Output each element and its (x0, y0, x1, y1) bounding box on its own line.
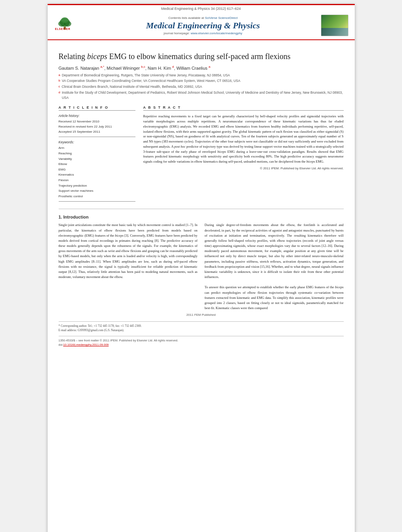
article-info-header: A R T I C L E I N F O (59, 106, 135, 111)
section-divider (59, 209, 344, 209)
footnotes: * Corresponding author. Tel.: +1 732 445… (59, 321, 344, 332)
journal-citation: Medical Engineering & Physics 34 (2012) … (161, 7, 241, 11)
affiliation-b: VA Cooperative Studies Program Coordinat… (62, 78, 240, 83)
article-info-col: A R T I C L E I N F O Article history: R… (59, 106, 135, 204)
journal-title-block: Contents lists available at SciVerse Sci… (85, 16, 321, 35)
journal-name: Medical Engineering & Physics (85, 20, 321, 31)
top-bar: Medical Engineering & Physics 34 (2012) … (48, 4, 355, 11)
journal-thumbnail (321, 15, 348, 36)
abstract-header: A B S T R A C T (143, 106, 344, 111)
keywords-label: Keywords: (59, 140, 135, 144)
keyword-prosthetic: Prosthetic control (59, 194, 135, 199)
keyword-trajectory: Trajectory prediction (59, 183, 135, 189)
history-label: Article history: (59, 114, 135, 118)
affiliation-c: Clinical Brain Disorders Branch, Nationa… (62, 84, 202, 89)
copyright-line: © 2011 IPEM. Published by Elsevier Ltd. … (143, 167, 344, 170)
main-content: Relating biceps EMG to elbow kinematics … (48, 40, 355, 354)
sciverse-link[interactable]: SciVerse ScienceDirect (205, 16, 237, 20)
footnote-email: E-mail address: GSN993@gmail.com (G.S. N… (59, 328, 344, 332)
bottom-bar: 1350-4533/$ – see front matter © 2011 IP… (59, 336, 344, 347)
issn-line: 1350-4533/$ – see front matter © 2011 IP… (59, 339, 344, 342)
intro-col1: Single-joint articulations constitute th… (59, 222, 198, 311)
keyword-variability: Variability (59, 156, 135, 162)
history-item-revised: Received in revised form 22 July 2011 (59, 124, 135, 129)
article-title: Relating biceps EMG to elbow kinematics … (59, 52, 344, 61)
intro-body: Single-joint articulations constitute th… (59, 222, 344, 311)
svg-text:ELSEVIER: ELSEVIER (55, 28, 70, 30)
affiliation-d: Institute for the Study of Child Develop… (62, 90, 344, 100)
journal-header: ELSEVIER Contents lists available at Sci… (48, 11, 355, 40)
keyword-kinematics: Kinematics (59, 172, 135, 178)
keyword-flexion: Flexion (59, 178, 135, 183)
sciverse-text: Contents lists available at SciVerse Sci… (85, 16, 321, 20)
article-info-abstract: A R T I C L E I N F O Article history: R… (59, 106, 344, 204)
keyword-reaching: Reaching (59, 151, 135, 156)
keyword-arm: Arm (59, 145, 135, 151)
affiliations: aDepartment of Biomedical Engineering, R… (59, 73, 344, 100)
footnote-star: * Corresponding author. Tel.: +1 732 445… (59, 324, 344, 328)
homepage-link[interactable]: www.elsevier.com/locate/medengphy (191, 32, 242, 35)
abstract-col: A B S T R A C T Repetitive reaching move… (143, 106, 344, 204)
keyword-elbow: Elbow (59, 161, 135, 167)
journal-homepage: journal homepage: www.elsevier.com/locat… (85, 32, 321, 35)
history-item-received: Received 12 November 2010 (59, 119, 135, 124)
affiliation-a: Department of Biomedical Engineering, Ru… (62, 73, 230, 78)
doi-link[interactable]: 10.1016/j.medengphy.2011.09.009 (63, 343, 109, 347)
intro-heading: 1. Introduction (59, 215, 344, 219)
doi-line: doi:10.1016/j.medengphy.2011.09.009 (59, 343, 344, 347)
elsevier-logo: ELSEVIER (54, 17, 85, 34)
published-note: 2011 FEM Published (59, 313, 344, 317)
intro-col2: During single degree-of-freedom movement… (205, 222, 344, 311)
keyword-svm: Support vector machines (59, 188, 135, 194)
history-item-accepted: Accepted 15 September 2011 (59, 130, 135, 134)
abstract-text: Repetitive reaching movements to a fixed… (143, 114, 344, 164)
svg-point-4 (61, 17, 68, 23)
keyword-emg: EMG (59, 167, 135, 172)
elsevier-tree-icon: ELSEVIER (54, 17, 76, 30)
page: Medical Engineering & Physics 34 (2012) … (48, 4, 355, 532)
divider-1 (59, 137, 135, 137)
divider-2 (59, 201, 135, 202)
authors-line: Gautam S. Natarajan a,*, Michael Wininge… (59, 65, 344, 70)
